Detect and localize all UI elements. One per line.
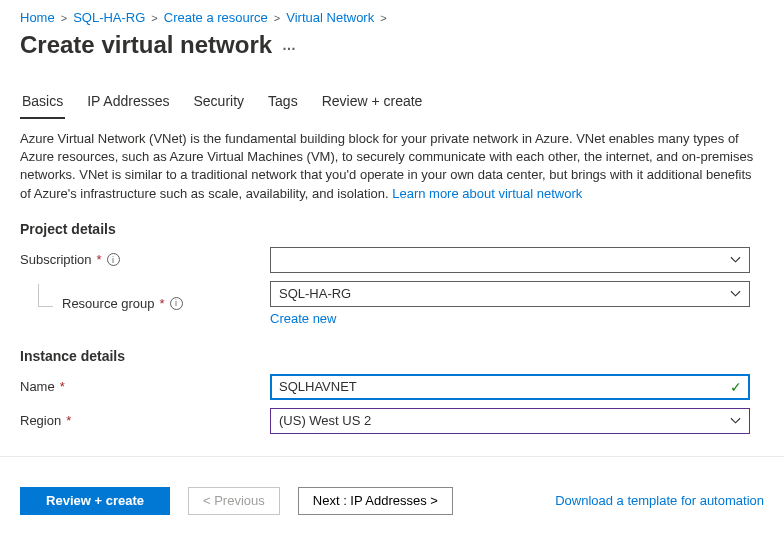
- description-body: Azure Virtual Network (VNet) is the fund…: [20, 131, 753, 201]
- tab-tags[interactable]: Tags: [266, 87, 300, 119]
- breadcrumb-link-vnet[interactable]: Virtual Network: [286, 10, 374, 25]
- chevron-down-icon: [730, 415, 741, 426]
- label-region: Region: [20, 413, 61, 428]
- region-select[interactable]: (US) West US 2: [270, 408, 750, 434]
- row-resource-group: Resource group * i SQL-HA-RG Create new: [20, 281, 764, 326]
- label-resource-group: Resource group: [62, 296, 155, 311]
- previous-button[interactable]: < Previous: [188, 487, 280, 515]
- chevron-down-icon: [730, 254, 741, 265]
- chevron-right-icon: >: [274, 12, 280, 24]
- row-name: Name * ✓: [20, 374, 764, 400]
- tab-ip-addresses[interactable]: IP Addresses: [85, 87, 171, 119]
- chevron-right-icon: >: [61, 12, 67, 24]
- divider: [0, 456, 784, 457]
- tab-basics[interactable]: Basics: [20, 87, 65, 119]
- tab-review-create[interactable]: Review + create: [320, 87, 425, 119]
- tab-security[interactable]: Security: [191, 87, 246, 119]
- breadcrumb-link-create-resource[interactable]: Create a resource: [164, 10, 268, 25]
- create-new-link[interactable]: Create new: [270, 311, 336, 326]
- label-name: Name: [20, 379, 55, 394]
- learn-more-link[interactable]: Learn more about virtual network: [392, 186, 582, 201]
- required-star: *: [160, 296, 165, 311]
- row-region: Region * (US) West US 2: [20, 408, 764, 434]
- section-project-details: Project details: [20, 221, 764, 237]
- more-actions-button[interactable]: …: [282, 37, 297, 53]
- info-icon[interactable]: i: [107, 253, 120, 266]
- row-subscription: Subscription * i: [20, 247, 764, 273]
- page-title: Create virtual network …: [20, 31, 764, 59]
- next-button[interactable]: Next : IP Addresses >: [298, 487, 453, 515]
- chevron-down-icon: [730, 288, 741, 299]
- resource-group-select[interactable]: SQL-HA-RG: [270, 281, 750, 307]
- breadcrumb-link-home[interactable]: Home: [20, 10, 55, 25]
- section-instance-details: Instance details: [20, 348, 764, 364]
- info-icon[interactable]: i: [170, 297, 183, 310]
- tabs-bar: Basics IP Addresses Security Tags Review…: [20, 87, 764, 120]
- review-create-button[interactable]: Review + create: [20, 487, 170, 515]
- required-star: *: [66, 413, 71, 428]
- breadcrumb: Home > SQL-HA-RG > Create a resource > V…: [20, 10, 764, 25]
- required-star: *: [60, 379, 65, 394]
- label-subscription: Subscription: [20, 252, 92, 267]
- footer-actions: Review + create < Previous Next : IP Add…: [20, 487, 764, 515]
- chevron-right-icon: >: [380, 12, 386, 24]
- page-title-text: Create virtual network: [20, 31, 272, 59]
- resource-group-value: SQL-HA-RG: [279, 286, 351, 301]
- check-icon: ✓: [730, 379, 742, 395]
- region-value: (US) West US 2: [279, 413, 371, 428]
- description-text: Azure Virtual Network (VNet) is the fund…: [20, 130, 764, 203]
- name-input[interactable]: [270, 374, 750, 400]
- subscription-select[interactable]: [270, 247, 750, 273]
- breadcrumb-link-rg[interactable]: SQL-HA-RG: [73, 10, 145, 25]
- download-template-link[interactable]: Download a template for automation: [555, 493, 764, 508]
- required-star: *: [97, 252, 102, 267]
- chevron-right-icon: >: [151, 12, 157, 24]
